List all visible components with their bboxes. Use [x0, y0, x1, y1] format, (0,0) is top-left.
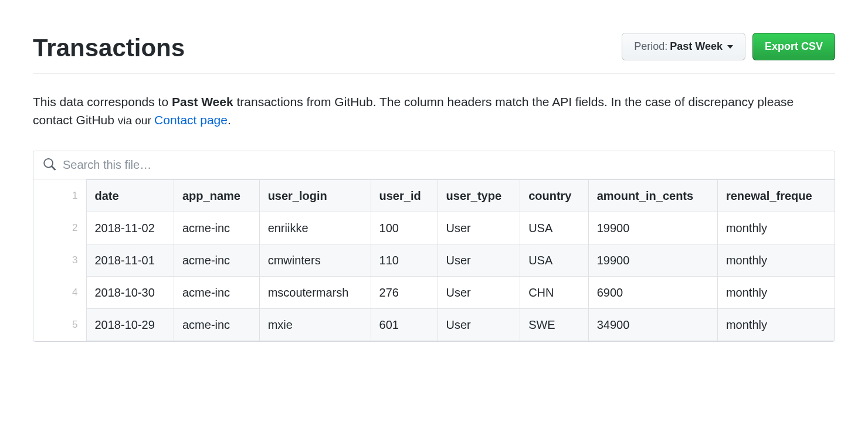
table-row: 32018-11-01acme-inccmwinters110UserUSA19…: [33, 244, 835, 276]
cell-country: CHN: [520, 276, 589, 308]
cell-amount_in_cents: 19900: [588, 212, 717, 244]
cell-user_login: mxie: [259, 308, 371, 341]
page-title: Transactions: [33, 33, 185, 64]
cell-country: SWE: [520, 308, 589, 341]
table-row: 52018-10-29acme-incmxie601UserSWE34900mo…: [33, 308, 835, 341]
cell-date: 2018-10-29: [86, 308, 174, 341]
cell-app_name: acme-inc: [174, 308, 259, 341]
line-number: 3: [33, 244, 86, 276]
cell-user_id: 601: [371, 308, 438, 341]
table-container: 1dateapp_nameuser_loginuser_iduser_typec…: [33, 179, 835, 341]
cell-renewal: monthly: [717, 244, 835, 276]
cell-user_login: enriikke: [259, 212, 371, 244]
file-viewer: 1dateapp_nameuser_loginuser_iduser_typec…: [33, 151, 835, 342]
column-header: renewal_freque: [717, 179, 835, 212]
intro-via: via our: [118, 114, 154, 127]
cell-date: 2018-10-30: [86, 276, 174, 308]
page-header: Transactions Period: Past Week Export CS…: [33, 33, 835, 74]
line-number: 1: [33, 179, 86, 212]
cell-amount_in_cents: 6900: [588, 276, 717, 308]
cell-amount_in_cents: 34900: [588, 308, 717, 341]
column-header: user_id: [371, 179, 438, 212]
cell-app_name: acme-inc: [174, 244, 259, 276]
cell-user_id: 110: [371, 244, 438, 276]
caret-down-icon: [727, 45, 733, 49]
cell-user_id: 100: [371, 212, 438, 244]
cell-renewal: monthly: [717, 276, 835, 308]
line-number: 2: [33, 212, 86, 244]
column-header: app_name: [174, 179, 259, 212]
cell-country: USA: [520, 244, 589, 276]
cell-user_type: User: [438, 308, 520, 341]
period-dropdown[interactable]: Period: Past Week: [622, 33, 745, 60]
cell-user_type: User: [438, 212, 520, 244]
line-number: 4: [33, 276, 86, 308]
search-icon: [43, 158, 56, 171]
column-header: date: [86, 179, 174, 212]
search-bar: [33, 151, 835, 179]
table-row: 42018-10-30acme-incmscoutermarsh276UserC…: [33, 276, 835, 308]
table-row: 22018-11-02acme-incenriikke100UserUSA199…: [33, 212, 835, 244]
cell-user_login: mscoutermarsh: [259, 276, 371, 308]
contact-page-link[interactable]: Contact page: [154, 113, 228, 127]
line-number: 5: [33, 308, 86, 341]
cell-country: USA: [520, 212, 589, 244]
search-input[interactable]: [63, 158, 825, 172]
cell-user_id: 276: [371, 276, 438, 308]
intro-suffix: .: [228, 113, 231, 127]
column-header: country: [520, 179, 589, 212]
cell-renewal: monthly: [717, 308, 835, 341]
column-header: amount_in_cents: [588, 179, 717, 212]
header-actions: Period: Past Week Export CSV: [622, 33, 835, 60]
intro-prefix: This data corresponds to: [33, 95, 172, 108]
period-label: Period:: [634, 39, 667, 54]
cell-date: 2018-11-01: [86, 244, 174, 276]
cell-user_type: User: [438, 276, 520, 308]
cell-renewal: monthly: [717, 212, 835, 244]
intro-text: This data corresponds to Past Week trans…: [33, 93, 835, 130]
export-csv-button[interactable]: Export CSV: [752, 33, 835, 60]
cell-user_login: cmwinters: [259, 244, 371, 276]
cell-date: 2018-11-02: [86, 212, 174, 244]
period-value: Past Week: [670, 39, 723, 54]
column-header: user_type: [438, 179, 520, 212]
intro-period: Past Week: [172, 95, 233, 108]
column-header: user_login: [259, 179, 371, 212]
transactions-table: 1dateapp_nameuser_loginuser_iduser_typec…: [33, 179, 835, 341]
cell-app_name: acme-inc: [174, 276, 259, 308]
table-header-row: 1dateapp_nameuser_loginuser_iduser_typec…: [33, 179, 835, 212]
cell-user_type: User: [438, 244, 520, 276]
cell-amount_in_cents: 19900: [588, 244, 717, 276]
cell-app_name: acme-inc: [174, 212, 259, 244]
